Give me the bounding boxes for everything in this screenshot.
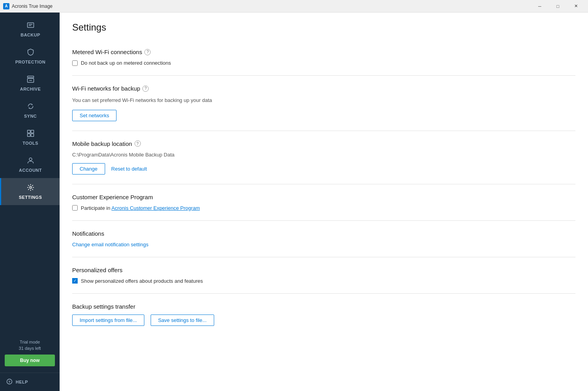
svg-rect-1 — [27, 76, 34, 78]
close-button[interactable]: ✕ — [567, 0, 585, 13]
section-metered-wifi: Metered Wi-Fi connections ? Do not back … — [72, 39, 575, 76]
section-mobile-backup-title: Mobile backup location ? — [72, 140, 575, 147]
customer-experience-checkbox[interactable] — [72, 205, 78, 211]
sidebar-account-label: ACCOUNT — [19, 168, 42, 173]
section-notifications-title: Notifications — [72, 230, 575, 237]
help-label: HELP — [16, 380, 28, 384]
customer-experience-label: Participate in Acronis Customer Experien… — [81, 205, 200, 211]
titlebar: A Acronis True Image ─ □ ✕ — [0, 0, 588, 13]
sidebar-item-sync[interactable]: SYNC — [0, 97, 60, 124]
app-title: Acronis True Image — [12, 4, 531, 9]
minimize-button[interactable]: ─ — [531, 0, 549, 13]
metered-wifi-help-icon[interactable]: ? — [144, 49, 151, 55]
section-personalized-offers: Personalized offers Show personalized of… — [72, 257, 575, 294]
import-settings-button[interactable]: Import settings from file... — [72, 315, 144, 326]
svg-point-9 — [29, 187, 31, 189]
section-metered-wifi-title: Metered Wi-Fi connections ? — [72, 49, 575, 55]
buy-button[interactable]: Buy now — [5, 355, 55, 366]
sync-icon — [27, 102, 35, 111]
settings-icon — [27, 184, 35, 193]
section-backup-settings-transfer: Backup settings transfer Import settings… — [72, 294, 575, 335]
mobile-backup-btn-row: Change Reset to default — [72, 163, 575, 175]
section-mobile-backup: Mobile backup location ? C:\ProgramData\… — [72, 131, 575, 184]
personalized-offers-label: Show personalized offers about products … — [81, 278, 203, 284]
sidebar-archive-label: ARCHIVE — [20, 87, 41, 91]
metered-wifi-checkbox-row: Do not back up on metered connections — [72, 60, 575, 66]
section-notifications: Notifications Change email notification … — [72, 221, 575, 257]
sidebar-item-settings[interactable]: SETTINGS — [0, 178, 60, 205]
section-wifi-networks-title: Wi-Fi networks for backup ? — [72, 85, 575, 92]
maximize-button[interactable]: □ — [549, 0, 567, 13]
trial-days-text: 31 days left — [5, 346, 55, 351]
sidebar-sync-label: SYNC — [24, 114, 37, 118]
sidebar: BACKUP PROTECTION ARCH — [0, 13, 60, 391]
trial-mode-text: Trial mode — [5, 339, 55, 345]
help-icon: ? — [6, 378, 13, 386]
svg-rect-5 — [31, 130, 34, 133]
sidebar-item-tools[interactable]: TOOLS — [0, 124, 60, 151]
reset-to-default-link[interactable]: Reset to default — [111, 166, 147, 172]
trial-info: Trial mode 31 days left — [5, 339, 55, 351]
save-settings-button[interactable]: Save settings to file... — [151, 315, 214, 326]
archive-icon — [27, 75, 35, 84]
sidebar-item-protection[interactable]: PROTECTION — [0, 43, 60, 70]
mobile-backup-help-icon[interactable]: ? — [135, 140, 141, 147]
backup-icon — [27, 21, 35, 30]
change-location-button[interactable]: Change — [72, 163, 105, 175]
svg-text:?: ? — [8, 380, 11, 384]
svg-rect-0 — [27, 23, 34, 27]
window-controls: ─ □ ✕ — [531, 0, 585, 13]
sidebar-item-help[interactable]: ? HELP — [0, 373, 60, 391]
mobile-backup-path: C:\ProgramData\Acronis Mobile Backup Dat… — [72, 152, 575, 158]
page-title: Settings — [72, 22, 575, 33]
sidebar-item-backup[interactable]: BACKUP — [0, 16, 60, 43]
section-backup-settings-transfer-title: Backup settings transfer — [72, 303, 575, 310]
sidebar-bottom: Trial mode 31 days left Buy now — [0, 333, 60, 373]
page-header: Settings — [60, 13, 588, 39]
svg-point-8 — [29, 158, 32, 161]
section-personalized-offers-title: Personalized offers — [72, 267, 575, 273]
svg-rect-6 — [27, 134, 30, 136]
wifi-networks-desc: You can set preferred Wi-Fi networks for… — [72, 96, 575, 104]
section-wifi-networks: Wi-Fi networks for backup ? You can set … — [72, 76, 575, 131]
account-icon — [27, 156, 35, 165]
section-customer-experience: Customer Experience Program Participate … — [72, 184, 575, 221]
set-networks-button[interactable]: Set networks — [72, 110, 117, 121]
customer-experience-checkbox-row: Participate in Acronis Customer Experien… — [72, 205, 575, 211]
metered-wifi-checkbox[interactable] — [72, 60, 78, 66]
change-email-notifications-link[interactable]: Change email notification settings — [72, 242, 148, 247]
sidebar-tools-label: TOOLS — [22, 141, 38, 145]
sidebar-item-account[interactable]: ACCOUNT — [0, 151, 60, 178]
svg-rect-7 — [31, 134, 34, 136]
section-customer-experience-title: Customer Experience Program — [72, 194, 575, 200]
sidebar-settings-label: SETTINGS — [19, 195, 42, 200]
metered-wifi-checkbox-label: Do not back up on metered connections — [81, 60, 171, 66]
app-container: BACKUP PROTECTION ARCH — [0, 13, 588, 391]
personalized-offers-checkbox-row: Show personalized offers about products … — [72, 278, 575, 284]
main-content: Settings Metered Wi-Fi connections ? Do … — [60, 13, 588, 391]
backup-settings-btn-row: Import settings from file... Save settin… — [72, 315, 575, 326]
wifi-networks-help-icon[interactable]: ? — [142, 85, 149, 92]
tools-icon — [27, 129, 35, 138]
personalized-offers-checkbox[interactable] — [72, 278, 78, 284]
sidebar-nav: BACKUP PROTECTION ARCH — [0, 13, 60, 333]
sidebar-backup-label: BACKUP — [20, 33, 40, 37]
app-icon: A — [3, 3, 9, 9]
sidebar-item-archive[interactable]: ARCHIVE — [0, 70, 60, 97]
protection-icon — [27, 48, 35, 57]
customer-experience-link[interactable]: Acronis Customer Experience Program — [111, 205, 200, 211]
svg-rect-4 — [27, 130, 30, 133]
sidebar-protection-label: PROTECTION — [15, 60, 46, 64]
settings-body: Metered Wi-Fi connections ? Do not back … — [60, 39, 588, 391]
